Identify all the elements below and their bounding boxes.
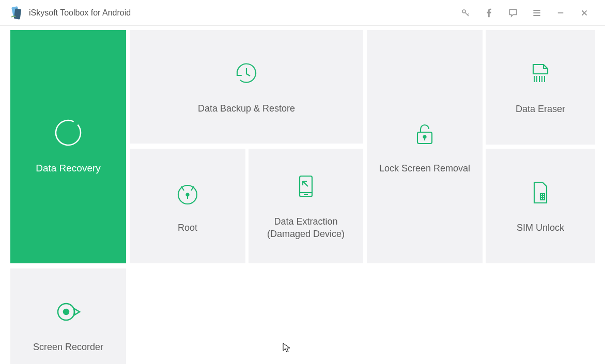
key-icon[interactable] — [455, 3, 476, 23]
card-label: Screen Recorder — [27, 341, 110, 353]
card-lock-screen-removal[interactable]: Lock Screen Removal — [367, 30, 483, 263]
extract-icon — [291, 172, 320, 201]
sim-icon — [526, 178, 555, 207]
mouse-cursor-icon — [283, 343, 291, 355]
card-label: SIM Unlock — [510, 221, 570, 234]
svg-point-2 — [462, 10, 466, 13]
svg-point-9 — [424, 135, 426, 138]
eraser-icon — [526, 59, 555, 88]
card-label: Data Eraser — [509, 103, 571, 115]
screen-recorder-icon — [54, 297, 83, 326]
app-title: iSkysoft Toolbox for Android — [29, 8, 131, 18]
card-root[interactable]: Root — [130, 149, 245, 263]
card-label: Data Backup & Restore — [192, 102, 301, 115]
app-logo-icon — [9, 6, 24, 20]
close-button[interactable] — [574, 3, 595, 23]
card-data-extraction[interactable]: Data Extraction (Damaged Device) — [249, 149, 363, 263]
feedback-icon[interactable] — [503, 3, 523, 23]
svg-point-3 — [54, 118, 83, 147]
card-screen-recorder[interactable]: Screen Recorder — [10, 268, 126, 364]
card-label: Lock Screen Removal — [373, 162, 476, 175]
card-label: Root — [172, 221, 204, 234]
recovery-icon — [54, 118, 83, 147]
svg-point-5 — [187, 193, 189, 196]
facebook-icon[interactable] — [479, 3, 500, 23]
root-icon — [173, 178, 202, 207]
titlebar: iSkysoft Toolbox for Android — [0, 0, 605, 26]
card-data-recovery[interactable]: Data Recovery — [10, 30, 126, 263]
svg-point-12 — [64, 309, 69, 314]
card-label: Data Recovery — [29, 162, 107, 175]
minimize-button[interactable] — [550, 3, 571, 23]
card-sim-unlock[interactable]: SIM Unlock — [486, 149, 595, 263]
menu-icon[interactable] — [526, 3, 547, 23]
svg-rect-6 — [300, 176, 312, 197]
card-data-eraser[interactable]: Data Eraser — [486, 30, 595, 145]
main-grid: Data Recovery Data Backup & Restore Root — [0, 26, 605, 364]
backup-icon — [232, 59, 261, 88]
card-label: Data Extraction (Damaged Device) — [249, 215, 363, 241]
card-data-backup-restore[interactable]: Data Backup & Restore — [130, 30, 363, 144]
lock-icon — [410, 119, 439, 148]
svg-rect-7 — [304, 194, 308, 195]
